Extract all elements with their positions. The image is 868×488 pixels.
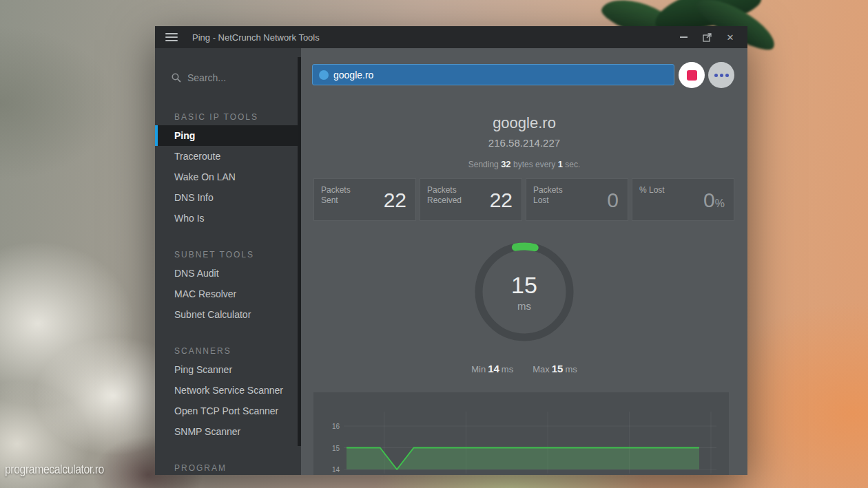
sidebar-item-ping[interactable]: Ping xyxy=(155,125,301,146)
sidebar-item-network-service-scanner[interactable]: Network Service Scanner xyxy=(155,380,301,401)
stat-card-percent-lost: % Lost 0% xyxy=(632,178,734,221)
sidebar-item-snmp-scanner[interactable]: SNMP Scanner xyxy=(155,421,301,442)
sidebar-section-basic-ip-tools: BASIC IP TOOLS Ping Traceroute Wake On L… xyxy=(155,109,301,229)
section-header: BASIC IP TOOLS xyxy=(155,109,301,125)
min-value: Min14ms xyxy=(471,363,513,374)
sidebar-item-dns-audit[interactable]: DNS Audit xyxy=(155,263,301,284)
stat-card-packets-lost: PacketsLost 0 xyxy=(526,178,628,221)
main-content: google.ro 216.58.214.227 Sending 32 byte… xyxy=(301,48,747,475)
sidebar: BASIC IP TOOLS Ping Traceroute Wake On L… xyxy=(155,48,301,475)
sidebar-section-scanners: SCANNERS Ping Scanner Network Service Sc… xyxy=(155,343,301,442)
ellipsis-icon xyxy=(714,74,729,77)
close-icon: ✕ xyxy=(727,32,734,43)
sidebar-item-traceroute[interactable]: Traceroute xyxy=(155,146,301,167)
gauge-unit: ms xyxy=(517,300,531,312)
window-title: Ping - NetCrunch Network Tools xyxy=(192,32,320,43)
stop-icon xyxy=(687,70,697,81)
address-bar[interactable] xyxy=(312,64,674,85)
host-block: google.ro 216.58.214.227 Sending 32 byte… xyxy=(301,114,747,169)
response-time-chart: 141516 xyxy=(313,392,729,475)
sidebar-item-open-tcp-port-scanner[interactable]: Open TCP Port Scanner xyxy=(155,401,301,421)
svg-text:14: 14 xyxy=(332,466,340,474)
stat-value: 22 xyxy=(490,179,513,222)
sidebar-section-subnet-tools: SUBNET TOOLS DNS Audit MAC Resolver Subn… xyxy=(155,246,301,325)
app-window: Ping - NetCrunch Network Tools ✕ BASIC I… xyxy=(155,26,747,475)
sidebar-item-who-is[interactable]: Who Is xyxy=(155,208,301,229)
stat-card-packets-received: PacketsReceived 22 xyxy=(420,178,522,221)
sidebar-item-dns-info[interactable]: DNS Info xyxy=(155,187,301,208)
chart-canvas: 141516 xyxy=(313,392,729,475)
stat-value: 0% xyxy=(703,179,725,222)
status-dot-icon xyxy=(319,70,329,80)
stop-button[interactable] xyxy=(679,62,705,88)
section-header: PROGRAM xyxy=(155,460,301,475)
interval-value: 1 xyxy=(558,159,563,169)
search-input[interactable] xyxy=(187,72,284,83)
address-input[interactable] xyxy=(333,65,664,85)
stat-value: 0 xyxy=(607,179,619,222)
max-value: Max15ms xyxy=(533,363,577,374)
sidebar-item-ping-scanner[interactable]: Ping Scanner xyxy=(155,359,301,380)
section-header: SCANNERS xyxy=(155,343,301,359)
host-ip: 216.58.214.227 xyxy=(301,137,747,149)
svg-text:15: 15 xyxy=(332,445,340,452)
search-icon xyxy=(172,73,181,83)
host-name: google.ro xyxy=(301,114,747,132)
sidebar-item-subnet-calculator[interactable]: Subnet Calculator xyxy=(155,304,301,325)
sidebar-section-program: PROGRAM xyxy=(155,460,301,475)
sidebar-item-wake-on-lan[interactable]: Wake On LAN xyxy=(155,167,301,187)
close-button[interactable]: ✕ xyxy=(721,30,739,45)
svg-text:16: 16 xyxy=(332,423,340,430)
titlebar: Ping - NetCrunch Network Tools ✕ xyxy=(155,26,747,48)
response-time-gauge: 15 ms xyxy=(475,242,574,341)
address-row xyxy=(312,62,747,88)
watermark-text: programecalculator.ro xyxy=(5,463,104,477)
window-controls: ✕ xyxy=(674,30,747,45)
gauge-value: 15 xyxy=(511,272,537,299)
sending-info: Sending 32 bytes every 1 sec. xyxy=(301,159,747,169)
stat-value: 22 xyxy=(384,179,406,222)
min-max-row: Min14ms Max15ms xyxy=(301,363,747,374)
sidebar-item-mac-resolver[interactable]: MAC Resolver xyxy=(155,284,301,304)
stats-cards: PacketsSent 22 PacketsReceived 22 Packet… xyxy=(313,178,734,221)
minimize-button[interactable] xyxy=(674,30,692,45)
stat-card-packets-sent: PacketsSent 22 xyxy=(313,178,416,221)
more-options-button[interactable] xyxy=(708,62,734,88)
minimize-icon xyxy=(680,36,688,38)
search-row xyxy=(172,65,301,91)
hamburger-menu-icon[interactable] xyxy=(165,33,178,41)
section-header: SUBNET TOOLS xyxy=(155,246,301,263)
popout-button[interactable] xyxy=(698,30,716,45)
popout-icon xyxy=(703,33,712,42)
bytes-value: 32 xyxy=(501,159,510,169)
